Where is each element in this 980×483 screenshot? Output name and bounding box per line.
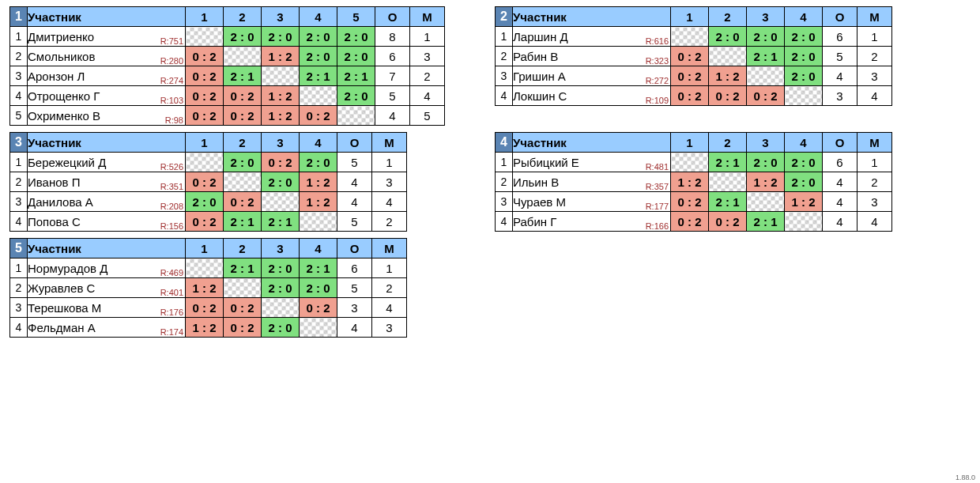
place-cell: 1: [858, 27, 892, 47]
participant-rating: R:469: [159, 268, 183, 277]
participant-cell: Нормурадов ДR:469: [28, 258, 186, 278]
points-cell: 6: [823, 27, 858, 47]
col-round: 2: [224, 133, 262, 153]
diagonal-cell: [186, 258, 224, 278]
table-row: 1Нормурадов ДR:4692 : 12 : 02 : 161: [10, 258, 407, 278]
table-row: 4Отрощенко Г R:1030 : 20 : 21 : 22 : 054: [10, 86, 445, 106]
score-cell: 0 : 2: [186, 298, 224, 318]
participant-cell: Гришин АR:272: [513, 66, 671, 86]
participant-cell: Смольников R:280: [28, 47, 186, 66]
score-cell: 2 : 0: [300, 47, 337, 66]
col-participant: Участник: [513, 133, 671, 153]
table-row: 1Ларшин ДR:6162 : 02 : 02 : 061: [496, 27, 892, 47]
participant-cell: Рыбицкий ЕR:481: [513, 153, 671, 172]
col-participant: Участник: [28, 7, 186, 27]
score-cell: 2 : 1: [747, 212, 785, 232]
row-number: 2: [496, 172, 513, 192]
participant-cell: Локшин СR:109: [513, 86, 671, 106]
score-cell: 2 : 1: [262, 212, 300, 232]
diagonal-cell: [262, 192, 300, 212]
participant-cell: Дмитриенко R:751: [28, 27, 186, 47]
diagonal-cell: [186, 27, 224, 47]
row-number: 1: [10, 153, 28, 172]
score-cell: 0 : 2: [224, 192, 262, 212]
points-cell: 3: [337, 298, 372, 318]
points-cell: 4: [337, 318, 372, 338]
points-cell: 6: [337, 258, 372, 278]
row-number: 3: [496, 66, 513, 86]
score-cell: 2 : 0: [224, 27, 262, 47]
score-cell: 0 : 2: [300, 298, 337, 318]
points-cell: 5: [823, 47, 858, 66]
score-cell: 2 : 1: [709, 153, 747, 172]
table-row: 5Охрименко ВR:980 : 20 : 21 : 20 : 245: [10, 106, 445, 126]
participant-cell: Рабин ГR:166: [513, 212, 671, 232]
col-round: 1: [186, 239, 224, 258]
participant-cell: Охрименко ВR:98: [28, 106, 186, 126]
score-cell: 0 : 2: [709, 212, 747, 232]
score-cell: 0 : 2: [671, 66, 709, 86]
place-cell: 1: [372, 153, 407, 172]
points-cell: 5: [375, 86, 410, 106]
group-table: 4Участник1234ОМ1Рыбицкий ЕR:4812 : 12 : …: [490, 129, 975, 235]
group-table: 1Участник12345ОМ1Дмитриенко R:7512 : 02 …: [5, 3, 490, 129]
row-number: 3: [10, 66, 28, 86]
score-cell: 0 : 2: [186, 86, 224, 106]
points-cell: 4: [823, 212, 858, 232]
diagonal-cell: [224, 172, 262, 192]
participant-rating: R:272: [644, 76, 669, 85]
score-cell: 2 : 1: [300, 258, 337, 278]
table-row: 4Рабин ГR:1660 : 20 : 22 : 144: [496, 212, 892, 232]
table-row: 3Гришин АR:2720 : 21 : 22 : 043: [496, 66, 892, 86]
participant-rating: R:323: [644, 56, 669, 66]
col-round: 4: [785, 7, 823, 27]
table-row: 1Бережецкий ДR:5262 : 00 : 22 : 051: [10, 153, 407, 172]
diagonal-cell: [300, 212, 337, 232]
score-cell: 0 : 2: [671, 212, 709, 232]
participant-rating: R:156: [159, 221, 183, 231]
score-cell: 0 : 2: [671, 47, 709, 66]
col-round: 3: [747, 133, 785, 153]
score-cell: 2 : 0: [747, 27, 785, 47]
participant-rating: R:177: [644, 202, 669, 211]
row-number: 4: [496, 212, 513, 232]
row-number: 4: [10, 86, 28, 106]
diagonal-cell: [747, 192, 785, 212]
points-cell: 5: [337, 153, 372, 172]
score-cell: 1 : 2: [300, 192, 337, 212]
score-cell: 2 : 0: [785, 27, 823, 47]
place-cell: 2: [372, 278, 407, 298]
participant-rating: R:751: [159, 36, 183, 46]
score-cell: 1 : 2: [262, 106, 300, 126]
participant-cell: Ильин ВR:357: [513, 172, 671, 192]
score-cell: 2 : 1: [747, 47, 785, 66]
score-cell: 1 : 2: [671, 172, 709, 192]
table-row: 2Иванов ПR:3510 : 22 : 01 : 243: [10, 172, 407, 192]
table-row: 2Смольников R:2800 : 21 : 22 : 02 : 063: [10, 47, 445, 66]
row-number: 3: [496, 192, 513, 212]
participant-rating: R:174: [159, 327, 183, 337]
score-cell: 2 : 1: [224, 66, 262, 86]
place-cell: 2: [858, 172, 892, 192]
score-cell: 2 : 0: [262, 172, 300, 192]
score-cell: 0 : 2: [224, 318, 262, 338]
place-cell: 4: [858, 212, 892, 232]
score-cell: 0 : 2: [224, 106, 262, 126]
score-cell: 2 : 1: [224, 212, 262, 232]
points-cell: 4: [823, 192, 858, 212]
col-points: О: [337, 239, 372, 258]
row-number: 4: [10, 212, 28, 232]
group-number: 2: [496, 7, 513, 27]
score-cell: 2 : 0: [709, 27, 747, 47]
table-row: 3Данилова АR:2082 : 00 : 21 : 244: [10, 192, 407, 212]
col-place: М: [372, 239, 407, 258]
participant-rating: R:351: [159, 182, 183, 191]
participant-rating: R:401: [159, 288, 183, 297]
score-cell: 2 : 0: [186, 192, 224, 212]
row-number: 2: [10, 278, 28, 298]
diagonal-cell: [671, 27, 709, 47]
col-round: 3: [747, 7, 785, 27]
col-round: 1: [671, 133, 709, 153]
table-row: 3Терешкова МR:1760 : 20 : 20 : 234: [10, 298, 407, 318]
score-cell: 1 : 2: [186, 318, 224, 338]
